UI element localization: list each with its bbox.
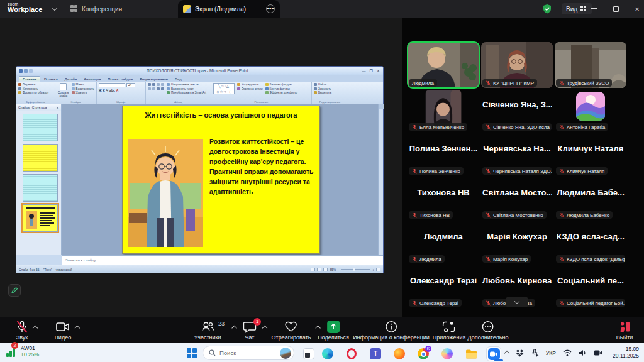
- taskbar-app-icon-explorer[interactable]: [464, 346, 479, 361]
- video-button[interactable]: Видео: [55, 321, 71, 341]
- shape-outline-button[interactable]: Контур фигуры: [265, 87, 297, 90]
- search-input[interactable]: Поиск: [203, 346, 294, 360]
- language-indicator[interactable]: УКР: [546, 350, 556, 356]
- chat-button[interactable]: 1 Чат: [243, 321, 257, 341]
- shapes-gallery[interactable]: ╲○□△◇☆⇨（: [213, 83, 235, 94]
- ribbon-tab-home[interactable]: Главная: [19, 76, 40, 82]
- ribbon-tab-slideshow[interactable]: Показ слайдов: [104, 77, 136, 82]
- arrange-button[interactable]: Упорядочить: [237, 83, 263, 86]
- ribbon-tab-review[interactable]: Рецензирование: [136, 77, 171, 82]
- security-shield-icon[interactable]: [542, 4, 552, 14]
- font-format-buttons[interactable]: Ж К Ч abc А: [99, 89, 143, 92]
- participant-tile[interactable]: Антоніна Гараба: [555, 90, 626, 132]
- participant-tile[interactable]: КУ "ЦПРПП" КМР: [481, 42, 553, 88]
- wifi-icon[interactable]: [563, 349, 572, 356]
- cut-button[interactable]: Вырезать: [18, 83, 53, 86]
- slide-thumbnail-2[interactable]: [23, 144, 58, 172]
- participant-tile[interactable]: Чернявська На... Чернявська Наталя ЗДО..…: [481, 134, 553, 176]
- slide-scrollbar[interactable]: [378, 104, 383, 255]
- participant-tile[interactable]: Трудівський ЗЗСО: [555, 42, 626, 88]
- camera-tray-icon[interactable]: [594, 349, 602, 356]
- audio-options-chevron[interactable]: [33, 326, 38, 331]
- taskbar-app-icon-misc[interactable]: [301, 346, 316, 361]
- ribbon-tab-view[interactable]: Вид: [172, 77, 185, 82]
- strikethrough-button[interactable]: abc: [109, 89, 115, 92]
- font-size-combobox[interactable]: 24: [126, 83, 135, 87]
- zoom-in-button[interactable]: +: [372, 268, 374, 272]
- ribbon-tab-insert[interactable]: Вставка: [41, 77, 61, 82]
- meeting-info-button[interactable]: Информация о конференции: [353, 321, 430, 341]
- dropbox-icon[interactable]: [516, 349, 524, 357]
- slide-thumbnail-4-selected[interactable]: [23, 204, 58, 232]
- participant-tile[interactable]: Климчук Наталя Климчук Наталя: [555, 134, 626, 176]
- normal-view-button[interactable]: [311, 268, 315, 272]
- participant-tile[interactable]: Соціальний пе... Соціальний педагог Бой.…: [555, 266, 626, 308]
- chat-options-chevron[interactable]: [262, 326, 267, 331]
- more-participants-button[interactable]: [506, 297, 528, 307]
- select-button[interactable]: Выделить: [314, 91, 346, 94]
- ribbon-tab-animation[interactable]: Анимация: [80, 77, 104, 82]
- replace-button[interactable]: Заменить: [314, 87, 346, 90]
- quick-access-toolbar[interactable]: [19, 69, 33, 73]
- maximize-button[interactable]: [605, 0, 626, 18]
- shape-fill-button[interactable]: Заливка фигуры: [265, 83, 297, 86]
- participant-tile[interactable]: Тихонова НВ Тихонова НВ: [408, 178, 479, 220]
- video-options-chevron[interactable]: [75, 326, 80, 331]
- workspace-chevron-icon[interactable]: [52, 6, 57, 11]
- new-slide-button[interactable]: Создать слайд: [57, 83, 70, 100]
- fit-to-window-button[interactable]: [376, 268, 380, 272]
- taskbar-app-icon-edge[interactable]: [320, 346, 335, 361]
- participants-options-chevron[interactable]: [231, 326, 236, 331]
- font-color-button[interactable]: А: [116, 89, 119, 92]
- close-button[interactable]: ×: [626, 0, 644, 18]
- tray-overflow-chevron[interactable]: [504, 350, 509, 355]
- taskbar-app-icon-teams[interactable]: T: [368, 346, 383, 361]
- apps-button[interactable]: Приложения: [433, 321, 466, 341]
- slide-thumbnail-1[interactable]: [23, 114, 58, 141]
- tab-meeting[interactable]: Конференция: [70, 0, 122, 18]
- current-slide[interactable]: Життєстійкість – основа успішного педаго…: [122, 106, 320, 254]
- zoom-out-button[interactable]: −: [338, 268, 340, 272]
- reactions-button[interactable]: Отреагировать: [272, 321, 311, 341]
- smartart-button[interactable]: Преобразовать в SmartArt: [167, 91, 206, 94]
- panel-close-icon[interactable]: ✕: [56, 106, 59, 110]
- participant-tile[interactable]: Марія Кожухар Марія Кожухар: [481, 222, 553, 264]
- copy-button[interactable]: Копировать: [18, 87, 53, 90]
- volume-icon[interactable]: [579, 349, 587, 356]
- participant-tile[interactable]: Людмила Людмила: [408, 222, 479, 264]
- italic-button[interactable]: К: [103, 89, 105, 92]
- underline-button[interactable]: Ч: [106, 89, 109, 92]
- taskbar-app-icon-opera[interactable]: [344, 346, 359, 361]
- participant-tile[interactable]: Олександр Терзі Олександр Терзі: [408, 266, 479, 308]
- slide-thumbnail-3[interactable]: [23, 174, 58, 202]
- leave-meeting-button[interactable]: Выйти: [616, 321, 633, 341]
- zoom-slider[interactable]: [341, 269, 370, 270]
- participant-tile[interactable]: Елла Мельниченко: [408, 90, 479, 132]
- align-text-button[interactable]: Выровнять текст: [167, 87, 206, 90]
- ribbon-tab-design[interactable]: Дизайн: [62, 77, 80, 82]
- start-button[interactable]: [187, 348, 197, 358]
- participant-tile[interactable]: Людмила: [408, 42, 479, 88]
- participants-button[interactable]: 23 Участники: [194, 321, 221, 341]
- taskbar-clock[interactable]: 15:09 20.11.2025: [613, 346, 639, 359]
- sorter-view-button[interactable]: [317, 268, 321, 272]
- panel-tab-slides[interactable]: Слайды: [18, 106, 30, 109]
- undo-icon[interactable]: [24, 69, 28, 73]
- slide-notes-area[interactable]: Заметки к слайду: [62, 255, 383, 265]
- reset-button[interactable]: Восстановить: [72, 87, 94, 90]
- participant-tile[interactable]: Сівченко Яна, З... Сівченко Яна, ЗДО ясл…: [481, 90, 553, 132]
- tab-options-ellipsis-icon[interactable]: •••: [266, 4, 275, 13]
- quick-styles-button[interactable]: Экспресс-стили: [237, 87, 263, 90]
- participant-tile[interactable]: КЗДО ясла-сад... КЗДО ясла-садок "Дельф.…: [555, 222, 626, 264]
- powerpoint-window-controls[interactable]: —❒✕: [362, 69, 380, 73]
- participant-tile[interactable]: Людмила Бабе... Людмила Бабенко: [555, 178, 626, 220]
- participant-tile[interactable]: Світлана Мосто... Світлана Мостовенко: [481, 178, 553, 220]
- taskbar-app-icon-copilot[interactable]: [440, 346, 455, 361]
- find-button[interactable]: Найти: [314, 83, 346, 86]
- voice-typing-mic-icon[interactable]: [531, 349, 539, 357]
- more-button[interactable]: Дополнительно: [468, 321, 509, 341]
- taskbar-widget[interactable]: 2 AW01 +0.25%: [6, 345, 39, 358]
- shape-effects-button[interactable]: Эффекты для фигур: [265, 91, 297, 94]
- share-screen-button[interactable]: Поделиться: [318, 321, 349, 341]
- participant-tile[interactable]: Полина Зенчен... Полина Зенченко: [408, 134, 479, 176]
